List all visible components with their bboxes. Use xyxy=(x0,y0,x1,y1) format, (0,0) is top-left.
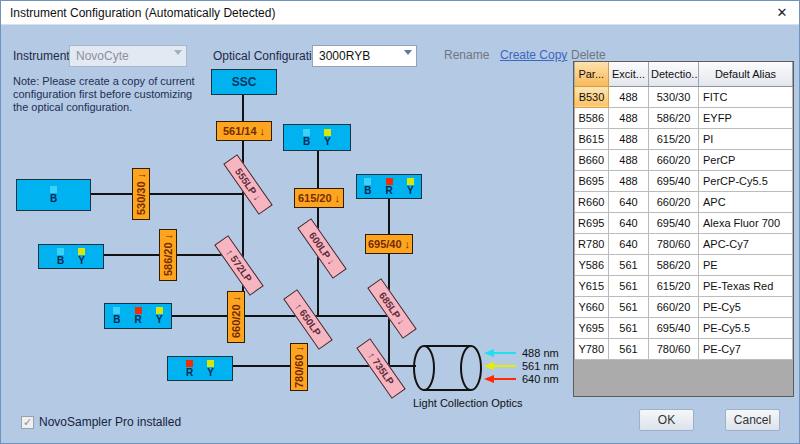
table-row[interactable]: Y695561695/40PE-Cy5.5 xyxy=(575,317,793,338)
parameter-table: Par... Excit... Detectio... Default Alia… xyxy=(573,61,794,397)
table-cell[interactable]: APC xyxy=(699,191,793,212)
column-header-excitation[interactable]: Excit... xyxy=(609,62,649,86)
detector-ssc: SSC xyxy=(211,69,277,95)
table-row[interactable]: Y780561780/60PE-Cy7 xyxy=(575,338,793,359)
table-row[interactable]: R660640660/20APC xyxy=(575,191,793,212)
table-cell[interactable]: R660 xyxy=(575,191,609,212)
table-cell[interactable]: R695 xyxy=(575,212,609,233)
table-cell[interactable]: 660/20 xyxy=(649,296,699,317)
table-cell[interactable]: 780/60 xyxy=(649,233,699,254)
channel-letter: Y xyxy=(324,137,331,147)
dichroic-735lp: ↑ 735LP xyxy=(356,338,405,399)
table-cell[interactable]: B695 xyxy=(575,170,609,191)
table-cell[interactable]: B586 xyxy=(575,107,609,128)
table-cell[interactable]: 488 xyxy=(609,149,649,170)
table-cell[interactable]: B530 xyxy=(575,86,609,107)
instrument-select: NovoCyte xyxy=(69,45,187,67)
channel-letter: Y xyxy=(207,368,214,378)
dichroic-600lp: 600LP ↓ xyxy=(297,218,346,279)
filter-586-20: 586/20 ↓ xyxy=(159,229,177,281)
table-cell[interactable]: 561 xyxy=(609,317,649,338)
table-cell[interactable]: Y695 xyxy=(575,317,609,338)
table-cell[interactable]: B615 xyxy=(575,128,609,149)
table-cell[interactable]: 488 xyxy=(609,170,649,191)
table-cell[interactable]: 561 xyxy=(609,275,649,296)
table-cell[interactable]: 488 xyxy=(609,128,649,149)
detector-660: BRY xyxy=(104,303,172,329)
table-cell[interactable]: APC-Cy7 xyxy=(699,233,793,254)
cancel-button[interactable]: Cancel xyxy=(725,409,780,431)
table-row[interactable]: B615488615/20PI xyxy=(575,128,793,149)
channel-square-icon xyxy=(113,307,120,314)
table-cell[interactable]: Y615 xyxy=(575,275,609,296)
channel-r: R xyxy=(135,307,142,325)
table-cell[interactable]: B660 xyxy=(575,149,609,170)
table-cell[interactable]: PerCP xyxy=(699,149,793,170)
channel-b: B xyxy=(57,248,64,266)
table-cell[interactable]: PerCP-Cy5.5 xyxy=(699,170,793,191)
table-cell[interactable]: 660/20 xyxy=(649,191,699,212)
column-header-detection[interactable]: Detectio... xyxy=(649,62,699,86)
ssc-label: SSC xyxy=(232,75,257,89)
table-cell[interactable]: 488 xyxy=(609,86,649,107)
table-cell[interactable]: PE-Texas Red xyxy=(699,275,793,296)
filter-530-30: 530/30 ↓ xyxy=(132,168,150,220)
optical-configuration-select[interactable]: 3000RYB xyxy=(312,45,417,67)
parameter-table-body: B530488530/30FITCB586488586/20EYFPB61548… xyxy=(575,86,793,359)
table-cell[interactable]: 640 xyxy=(609,233,649,254)
table-row[interactable]: Y615561615/20PE-Texas Red xyxy=(575,275,793,296)
dichroic-572lp: ↑ 572LP xyxy=(214,235,263,296)
table-cell[interactable]: PI xyxy=(699,128,793,149)
novosampler-checkbox-label: NovoSampler Pro installed xyxy=(39,415,181,429)
filter-615-20: 615/20 ↓ xyxy=(294,188,344,208)
table-cell[interactable]: Y586 xyxy=(575,254,609,275)
channel-square-icon xyxy=(57,248,64,255)
channel-square-icon xyxy=(156,307,163,314)
table-cell[interactable]: 488 xyxy=(609,107,649,128)
table-cell[interactable]: PE-Cy5.5 xyxy=(699,317,793,338)
table-cell[interactable]: 530/30 xyxy=(649,86,699,107)
table-row[interactable]: B695488695/40PerCP-Cy5.5 xyxy=(575,170,793,191)
table-cell[interactable]: R780 xyxy=(575,233,609,254)
table-cell[interactable]: FITC xyxy=(699,86,793,107)
table-cell[interactable]: 695/40 xyxy=(649,212,699,233)
table-cell[interactable]: 561 xyxy=(609,254,649,275)
table-row[interactable]: B586488586/20EYFP xyxy=(575,107,793,128)
channel-square-icon xyxy=(324,129,331,136)
table-row[interactable]: Y660561660/20PE-Cy5 xyxy=(575,296,793,317)
table-cell[interactable]: PE-Cy7 xyxy=(699,338,793,359)
dichroic-685lp: 685LP ↓ xyxy=(367,278,416,339)
create-copy-link[interactable]: Create Copy xyxy=(500,48,567,62)
table-row[interactable]: B530488530/30FITC xyxy=(575,86,793,107)
table-cell[interactable]: Y660 xyxy=(575,296,609,317)
channel-letter: R xyxy=(386,186,393,196)
table-cell[interactable]: PE xyxy=(699,254,793,275)
table-cell[interactable]: 640 xyxy=(609,191,649,212)
table-cell[interactable]: 660/20 xyxy=(649,149,699,170)
table-cell[interactable]: PE-Cy5 xyxy=(699,296,793,317)
column-header-default-alias[interactable]: Default Alias xyxy=(699,62,793,86)
table-cell[interactable]: 615/20 xyxy=(649,128,699,149)
ok-button[interactable]: OK xyxy=(639,409,694,431)
table-row[interactable]: B660488660/20PerCP xyxy=(575,149,793,170)
table-row[interactable]: Y586561586/20PE xyxy=(575,254,793,275)
table-cell[interactable]: 695/40 xyxy=(649,170,699,191)
table-cell[interactable]: 780/60 xyxy=(649,338,699,359)
table-cell[interactable]: EYFP xyxy=(699,107,793,128)
table-cell[interactable]: 615/20 xyxy=(649,275,699,296)
table-row[interactable]: R780640780/60APC-Cy7 xyxy=(575,233,793,254)
table-cell[interactable]: 561 xyxy=(609,296,649,317)
table-row[interactable]: R695640695/40Alexa Fluor 700 xyxy=(575,212,793,233)
table-cell[interactable]: 586/20 xyxy=(649,254,699,275)
close-icon[interactable]: ✕ xyxy=(773,4,791,22)
table-cell[interactable]: 586/20 xyxy=(649,107,699,128)
table-cell[interactable]: 695/40 xyxy=(649,317,699,338)
column-header-parameter[interactable]: Par... xyxy=(575,62,609,86)
table-cell[interactable]: 561 xyxy=(609,338,649,359)
novosampler-checkbox: ✓ xyxy=(21,416,34,429)
table-cell[interactable]: Alexa Fluor 700 xyxy=(699,212,793,233)
channel-letter: B xyxy=(364,186,371,196)
filter-780-60: 780/60 ↓ xyxy=(290,343,308,391)
table-cell[interactable]: 640 xyxy=(609,212,649,233)
table-cell[interactable]: Y780 xyxy=(575,338,609,359)
